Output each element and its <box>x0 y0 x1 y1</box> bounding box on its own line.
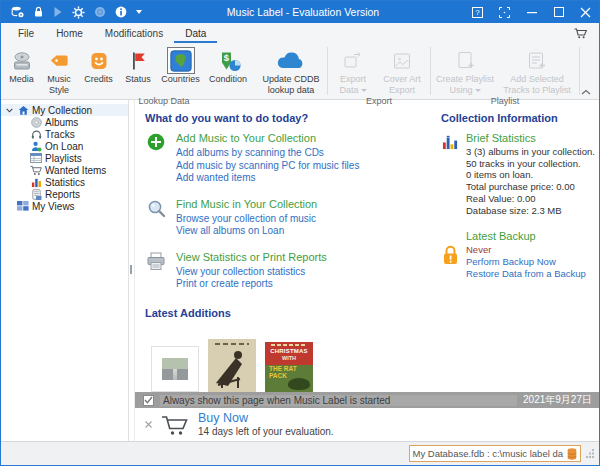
ribbon-button-create-playlist[interactable]: Create Playlist Using <box>433 46 497 96</box>
album-cover-3[interactable]: CHRISTMAS WITH THE RAT PACK <box>265 342 313 392</box>
link-add-music-scanning-pc[interactable]: Add music by scanning PC for music files <box>176 160 359 173</box>
album-cover-3-hat-art <box>288 378 310 390</box>
welcome-heading: What do you want to do today? <box>145 112 437 124</box>
add-music-title[interactable]: Add Music to Your Collection <box>176 132 359 145</box>
maximize-button[interactable] <box>545 1 572 23</box>
collapse-ribbon-icon[interactable] <box>581 89 591 95</box>
latest-backup-body: Never Perform Backup Now Restore Data fr… <box>466 244 586 279</box>
task-body: View Statistics or Print Reports View yo… <box>176 251 327 291</box>
sidebar-label: Tracks <box>45 129 75 140</box>
album-cover-3-line3: THE RAT <box>265 365 313 372</box>
database-path-box[interactable]: My Database.fdb : c:\music label da <box>409 445 582 462</box>
fullscreen-toggle-button[interactable] <box>491 1 518 23</box>
ribbon-button-add-selected-tracks[interactable]: Add Selected Tracks to Playlist <box>497 46 577 96</box>
link-view-collection-statistics[interactable]: View your collection statistics <box>176 266 327 279</box>
always-show-checkbox[interactable] <box>143 395 154 406</box>
window-controls: ? <box>464 1 599 23</box>
album-cover-2-art <box>208 345 256 389</box>
sidebar-tree: My Collection Albums Tracks On Loan Play… <box>1 100 129 441</box>
album-cover-1[interactable] <box>151 346 199 392</box>
album-cover-2[interactable] <box>208 339 256 392</box>
ribbon-button-credits[interactable]: Credits <box>78 46 119 86</box>
sidebar-label: Wanted Items <box>45 165 106 176</box>
ribbon-button-export-data[interactable]: Export Data <box>330 46 376 96</box>
stat-tracks: 50 tracks in your collection. <box>466 158 595 170</box>
tag-icon <box>47 47 71 74</box>
album-cover-3-line1: CHRISTMAS <box>265 348 313 355</box>
ribbon-button-media[interactable]: Media <box>3 46 40 86</box>
ribbon-button-condition[interactable]: $ Condition <box>204 46 252 86</box>
info-icon[interactable] <box>115 6 127 18</box>
ribbon-button-update-cddb[interactable]: Update CDDB lookup data <box>257 46 325 96</box>
content-column: What do you want to do today? Add Music … <box>135 100 599 441</box>
search-icon <box>145 198 167 238</box>
flag-icon <box>127 47 149 74</box>
gear-icon[interactable] <box>72 6 85 19</box>
countries-label: Countries <box>161 74 200 85</box>
brief-statistics-body: Brief Statistics 3 (3) albums in your co… <box>466 132 595 216</box>
link-add-wanted-items[interactable]: Add wanted items <box>176 172 359 185</box>
sidebar-item-reports[interactable]: Reports <box>1 188 128 200</box>
link-print-create-reports[interactable]: Print or create reports <box>176 278 327 291</box>
sidebar-item-playlists[interactable]: Playlists <box>1 152 128 164</box>
mask-icon <box>88 47 110 74</box>
link-view-albums-on-loan[interactable]: View all albums on Loan <box>176 225 317 238</box>
options-bar: Always show this page when Music Label i… <box>135 392 599 408</box>
ribbon-button-music-style[interactable]: Music Style <box>40 46 78 96</box>
tab-file[interactable]: File <box>7 25 45 43</box>
ribbon: File Home Modifications Data Media Music… <box>1 23 599 100</box>
group-label-playlist: Playlist <box>433 96 577 109</box>
task-section-add-music: Add Music to Your Collection Add albums … <box>145 132 437 185</box>
lock-icon[interactable] <box>33 6 44 18</box>
link-add-albums-scanning-cds[interactable]: Add albums by scanning the CDs <box>176 147 359 160</box>
sidebar-splitter[interactable] <box>129 100 135 441</box>
task-section-find-music: Find Music in Your Collection Browse you… <box>145 198 437 238</box>
latest-additions-covers: CHRISTMAS WITH THE RAT PACK <box>151 339 437 392</box>
ribbon-button-cover-art-export[interactable]: Cover Art Export <box>376 46 428 96</box>
cd-icon <box>30 117 42 128</box>
window-title: Music Label - Evaluation Version <box>142 6 464 18</box>
shop-cart-icon[interactable] <box>568 26 593 43</box>
tab-data[interactable]: Data <box>174 25 217 43</box>
link-restore-data-backup[interactable]: Restore Data from a Backup <box>466 268 586 280</box>
link-perform-backup-now[interactable]: Perform Backup Now <box>466 256 586 268</box>
help-button[interactable]: ? <box>464 1 491 23</box>
close-button[interactable] <box>572 1 599 23</box>
save-database-icon[interactable] <box>11 6 24 18</box>
tab-home[interactable]: Home <box>45 25 94 43</box>
ribbon-group-separator <box>579 47 580 95</box>
buy-now-link[interactable]: Buy Now <box>198 412 334 425</box>
ribbon-button-countries[interactable]: Countries <box>157 46 204 86</box>
cart-icon <box>30 165 42 176</box>
tab-modifications[interactable]: Modifications <box>94 25 174 43</box>
sidebar-item-on-loan[interactable]: On Loan <box>1 140 128 152</box>
task-section-statistics-reports: View Statistics or Print Reports View yo… <box>145 251 437 291</box>
brief-statistics-block: Brief Statistics 3 (3) albums in your co… <box>441 132 595 216</box>
always-show-label[interactable]: Always show this page when Music Label i… <box>160 395 517 406</box>
close-trial-bar-icon[interactable] <box>145 421 152 428</box>
find-music-title[interactable]: Find Music in Your Collection <box>176 198 317 211</box>
fingerprint-icon[interactable] <box>94 6 106 18</box>
resize-grip[interactable] <box>586 449 595 458</box>
minimize-button[interactable] <box>518 1 545 23</box>
sidebar-label: Albums <box>45 117 78 128</box>
view-statistics-title[interactable]: View Statistics or Print Reports <box>176 251 327 264</box>
sidebar-item-tracks[interactable]: Tracks <box>1 128 128 140</box>
sidebar-item-albums[interactable]: Albums <box>1 116 128 128</box>
create-playlist-label: Create Playlist Using <box>436 74 494 95</box>
ribbon-button-status[interactable]: Status <box>119 46 157 86</box>
trial-bar: Buy Now 14 days left of your evaluation. <box>135 408 599 441</box>
workspace: My Collection Albums Tracks On Loan Play… <box>1 100 599 441</box>
sidebar-label: Playlists <box>45 153 82 164</box>
sidebar-item-wanted-items[interactable]: Wanted Items <box>1 164 128 176</box>
ribbon-group-playlist: Create Playlist Using Add Selected Track… <box>433 43 577 99</box>
bar-chart-icon <box>30 177 42 188</box>
play-icon[interactable] <box>53 6 63 18</box>
price-tag-pie-icon: $ <box>215 47 242 74</box>
latest-additions-heading: Latest Additions <box>145 307 437 319</box>
album-cover-3-top: CHRISTMAS WITH <box>265 342 313 365</box>
main-panel: What do you want to do today? Add Music … <box>135 100 439 392</box>
link-browse-collection[interactable]: Browse your collection of music <box>176 213 317 226</box>
sidebar-item-my-views[interactable]: My Views <box>1 200 128 212</box>
sidebar-item-statistics[interactable]: Statistics <box>1 176 128 188</box>
